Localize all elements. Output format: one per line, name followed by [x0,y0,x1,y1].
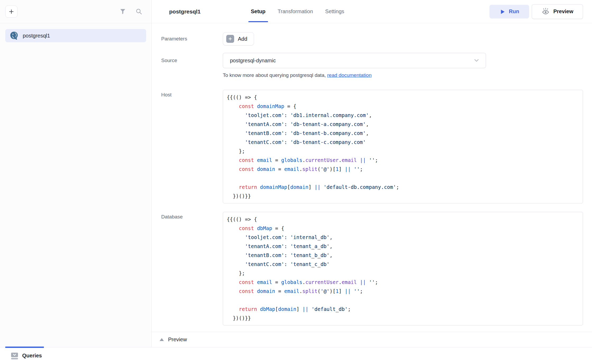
database-editor[interactable]: {{(() => { const dbMap = { 'tooljet.com'… [223,212,583,325]
chevron-down-icon [473,57,480,64]
queries-sidebar: postgresql1 [0,0,152,347]
plus-icon [226,35,234,43]
code-line: 'tenantC.com': 'db-tenant-c.company.com' [227,138,579,147]
run-button[interactable]: Run [489,5,529,18]
code-line: {{(() => { [227,93,579,102]
code-line: 'tenantC.com': 'tenant_c_db' [227,260,579,269]
code-line: 'tooljet.com': 'db1.internal.company.com… [227,111,579,120]
code-line: 'tenantA.com': 'db-tenant-a.company.com'… [227,120,579,129]
setup-form: Parameters Add Source po [152,23,592,332]
app-window: postgresql1 postgresql1 Setup Transforma… [0,0,592,364]
helper-text: To know more about querying postgresql d… [223,72,583,78]
add-button-label: Add [238,36,247,42]
database-label: Database [161,212,223,325]
query-header: postgresql1 Setup Transformation Setting… [152,0,592,23]
read-documentation-link[interactable]: read documentation [327,72,372,78]
search-icon[interactable] [135,8,142,15]
source-select-value: postgresql-dynamic [230,58,276,64]
bottom-panel-bar: Queries [0,347,592,364]
code-line: 'tooljet.com': 'internal_db', [227,233,579,242]
editor-tabs: Setup Transformation Settings [251,0,344,23]
source-row: Source postgresql-dynamic To know more a… [161,53,583,78]
filter-icon[interactable] [119,8,126,15]
preview-button[interactable]: Preview [532,4,583,19]
queries-panel-icon [11,352,18,360]
code-line: const email = globals.currentUser.email … [227,156,579,165]
workspace: postgresql1 postgresql1 Setup Transforma… [0,0,592,347]
caret-up-icon [160,338,164,341]
code-line: }; [227,269,579,278]
code-line: return dbMap[domain] || 'default_db'; [227,305,579,314]
run-button-label: Run [509,8,519,15]
code-line: const email = globals.currentUser.email … [227,278,579,287]
preview-button-label: Preview [553,8,574,15]
code-line [227,174,579,183]
code-line: {{(() => { [227,215,579,224]
plus-icon [8,8,15,15]
postgresql-icon [10,31,18,40]
code-line: const domainMap = { [227,102,579,111]
queries-tab[interactable]: Queries [11,352,42,360]
code-line: const domain = email.split('@')[1] || ''… [227,165,579,174]
source-select[interactable]: postgresql-dynamic [223,53,486,68]
play-icon [500,9,505,15]
tab-settings[interactable]: Settings [325,0,344,23]
add-parameter-button[interactable]: Add [223,32,254,45]
host-label: Host [161,90,223,203]
tab-transformation[interactable]: Transformation [278,0,313,23]
code-line [227,296,579,305]
code-line: })()}} [227,314,579,323]
code-line: return domainMap[domain] || 'default-db.… [227,183,579,192]
host-editor[interactable]: {{(() => { const domainMap = { 'tooljet.… [223,90,583,203]
eye-icon [542,7,550,16]
host-row: Host {{(() => { const domainMap = { 'too… [161,90,583,203]
code-line: 'tenantB.com': 'tenant_b_db', [227,251,579,260]
sidebar-header [0,0,151,23]
code-line: const domain = email.split('@')[1] || ''… [227,287,579,296]
query-editor-panel: postgresql1 Setup Transformation Setting… [152,0,592,347]
code-line: 'tenantA.com': 'tenant_a_db', [227,242,579,251]
parameters-row: Parameters Add [161,32,583,45]
code-line: }; [227,147,579,156]
database-row: Database {{(() => { const dbMap = { 'too… [161,212,583,325]
sidebar-item-postgresql1[interactable]: postgresql1 [5,29,146,42]
query-list: postgresql1 [0,23,151,42]
preview-panel-toggle[interactable]: Preview [152,332,592,347]
tab-setup[interactable]: Setup [251,0,266,23]
header-actions: Run Preview [489,4,583,19]
preview-panel-label: Preview [168,337,187,343]
active-tab-indicator [5,347,44,348]
source-label: Source [161,53,223,78]
parameters-label: Parameters [161,32,223,45]
add-query-button[interactable] [5,6,17,18]
code-line: 'tenantB.com': 'db-tenant-b.company.com'… [227,129,579,138]
code-line: })()}} [227,192,579,200]
sidebar-item-label: postgresql1 [23,33,50,39]
queries-tab-label: Queries [22,353,42,359]
sidebar-header-icons [119,8,142,15]
code-line: const dbMap = { [227,224,579,233]
page-title: postgresql1 [169,8,201,15]
